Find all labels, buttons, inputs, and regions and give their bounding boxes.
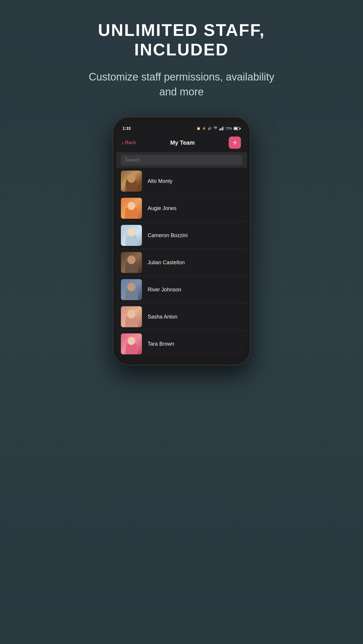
staff-name: Tara Brown — [148, 341, 174, 347]
staff-name: River Johnson — [148, 287, 181, 293]
battery-icon — [234, 127, 241, 130]
back-chevron-icon: ‹ — [122, 139, 124, 146]
battery-percent: 72% — [225, 127, 232, 130]
main-subtitle: Customize staff permissions, availabilit… — [79, 70, 284, 99]
phone-camera — [179, 123, 184, 128]
avatar — [121, 333, 142, 354]
staff-name: Augie Jones — [148, 205, 177, 211]
staff-name: Cameron Bozzini — [148, 232, 188, 239]
main-headline: UNLIMITED STAFF,INCLUDED — [98, 20, 265, 59]
bluetooth-icon: ⚡ — [202, 127, 206, 130]
list-item[interactable]: Sasha Anton — [116, 303, 247, 330]
alarm-icon: ⏰ — [197, 127, 201, 130]
signal-icon — [219, 126, 224, 130]
search-container — [116, 153, 247, 168]
list-item[interactable]: River Johnson — [116, 276, 247, 303]
page-title: My Team — [170, 139, 195, 146]
avatar — [121, 306, 142, 327]
phone-mockup: 1:33 ⏰ ⚡ 🔊 72% — [113, 117, 251, 365]
back-label[interactable]: Back — [125, 140, 136, 146]
back-button[interactable]: ‹ Back — [122, 139, 136, 146]
avatar — [121, 171, 142, 192]
list-item[interactable]: Cameron Bozzini — [116, 222, 247, 249]
avatar — [121, 225, 142, 246]
search-input[interactable] — [121, 155, 242, 165]
add-staff-button[interactable]: + — [229, 136, 241, 149]
plus-icon: + — [233, 139, 237, 146]
avatar — [121, 252, 142, 273]
list-item[interactable]: Tara Brown — [116, 330, 247, 357]
status-icons: ⏰ ⚡ 🔊 72% — [197, 126, 241, 131]
status-time: 1:33 — [123, 126, 131, 131]
wifi-icon — [213, 126, 218, 131]
staff-name: Alto Monty — [148, 178, 173, 184]
list-item[interactable]: Augie Jones — [116, 195, 247, 222]
staff-list: Alto Monty Augie Jones Cameron Bozzini J… — [116, 168, 247, 357]
navigation-bar: ‹ Back My Team + — [116, 133, 247, 153]
list-item[interactable]: Alto Monty — [116, 168, 247, 195]
staff-name: Sasha Anton — [148, 314, 178, 320]
page-background: UNLIMITED STAFF,INCLUDED Customize staff… — [0, 0, 363, 644]
volume-icon: 🔊 — [208, 127, 212, 130]
staff-name: Julian Castellon — [148, 260, 185, 266]
avatar — [121, 279, 142, 300]
phone-screen: 1:33 ⏰ ⚡ 🔊 72% — [116, 122, 247, 357]
list-item[interactable]: Julian Castellon — [116, 249, 247, 276]
avatar — [121, 198, 142, 219]
